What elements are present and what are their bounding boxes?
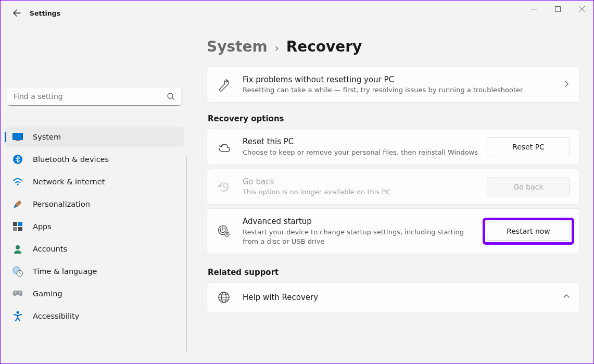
svg-rect-3	[16, 140, 20, 141]
advanced-startup-card: Advanced startup Restart your device to …	[207, 208, 580, 254]
nav-list: System Bluetooth & devices Network & int…	[5, 127, 184, 327]
sidebar-item-accessibility[interactable]: Accessibility	[5, 306, 184, 327]
sidebar-item-accounts[interactable]: Accounts	[5, 239, 184, 259]
sidebar-item-gaming[interactable]: Gaming	[5, 283, 184, 304]
search-icon	[167, 92, 175, 101]
close-button[interactable]	[570, 1, 593, 17]
sidebar-item-bluetooth[interactable]: Bluetooth & devices	[5, 149, 184, 170]
svg-rect-0	[555, 6, 560, 11]
card-title: Advanced startup	[243, 216, 481, 227]
svg-point-1	[168, 93, 173, 98]
sidebar-item-apps[interactable]: Apps	[5, 216, 184, 237]
restart-now-button[interactable]: Restart now	[487, 222, 570, 241]
reset-icon	[217, 140, 231, 154]
chevron-up-icon	[563, 293, 570, 300]
paintbrush-icon	[12, 198, 23, 210]
card-desc: This option is no longer available on th…	[243, 187, 481, 197]
chevron-right-icon: ›	[275, 42, 279, 54]
app-title: Settings	[30, 9, 60, 17]
nav-label: Accounts	[33, 245, 67, 253]
minimize-button[interactable]	[522, 1, 546, 17]
person-icon	[12, 243, 23, 255]
go-back-button: Go back	[487, 178, 570, 196]
svg-rect-8	[13, 227, 17, 231]
svg-point-10	[16, 245, 20, 249]
nav-label: Accessibility	[33, 312, 79, 320]
card-title: Go back	[243, 177, 481, 187]
nav-label: System	[33, 133, 61, 141]
sidebar-scrollbar[interactable]	[186, 156, 187, 353]
card-desc: Choose to keep or remove your personal f…	[243, 148, 481, 157]
nav-label: Bluetooth & devices	[33, 155, 109, 164]
sidebar-item-personalization[interactable]: Personalization	[5, 194, 184, 215]
reset-pc-button[interactable]: Reset PC	[487, 137, 570, 156]
nav-label: Network & internet	[33, 178, 105, 186]
card-desc: Resetting can take a while — first, try …	[243, 85, 557, 95]
globe-icon	[217, 290, 231, 305]
history-icon	[217, 180, 231, 194]
nav-label: Time & language	[33, 267, 97, 275]
nav-label: Personalization	[33, 200, 90, 208]
svg-point-13	[15, 292, 16, 293]
sidebar-item-system[interactable]: System	[5, 127, 184, 147]
card-title: Fix problems without resetting your PC	[243, 74, 557, 85]
breadcrumb-parent[interactable]: System	[207, 38, 268, 55]
reset-pc-card: Reset this PC Choose to keep or remove y…	[207, 129, 580, 165]
clock-globe-icon	[12, 266, 23, 277]
help-recovery-card[interactable]: Help with Recovery	[207, 282, 580, 312]
svg-rect-6	[13, 222, 17, 226]
svg-point-15	[17, 311, 19, 314]
window-controls	[522, 1, 593, 17]
breadcrumb-current: Recovery	[286, 38, 362, 55]
svg-rect-9	[18, 227, 22, 231]
sidebar-item-time[interactable]: Time & language	[5, 261, 184, 282]
section-recovery-options: Recovery options	[208, 114, 580, 123]
chevron-right-icon	[563, 80, 570, 87]
power-gear-icon	[217, 224, 231, 239]
fix-problems-card[interactable]: Fix problems without resetting your PC R…	[207, 67, 580, 103]
section-related-support: Related support	[208, 268, 580, 277]
apps-icon	[12, 221, 23, 232]
svg-point-5	[17, 184, 19, 185]
accessibility-icon	[12, 310, 23, 322]
nav-label: Gaming	[33, 290, 62, 298]
highlight-annotation: Restart now	[483, 218, 574, 245]
maximize-button[interactable]	[546, 1, 570, 17]
svg-rect-7	[18, 222, 22, 226]
wifi-icon	[12, 176, 23, 187]
card-title: Reset this PC	[243, 136, 481, 147]
go-back-card: Go back This option is no longer availab…	[207, 169, 580, 205]
title-bar: Settings	[1, 1, 593, 26]
gamepad-icon	[12, 288, 23, 299]
svg-point-17	[225, 232, 229, 236]
svg-point-14	[19, 292, 20, 293]
svg-rect-2	[13, 133, 23, 140]
arrow-left-icon	[12, 9, 21, 17]
bluetooth-icon	[12, 154, 23, 165]
sidebar: System Bluetooth & devices Network & int…	[1, 26, 188, 363]
nav-label: Apps	[33, 222, 52, 231]
wrench-icon	[217, 78, 231, 92]
breadcrumb: System › Recovery	[207, 38, 580, 55]
sidebar-item-network[interactable]: Network & internet	[5, 171, 184, 192]
system-icon	[12, 131, 23, 143]
search-input-wrap[interactable]	[7, 87, 182, 106]
search-input[interactable]	[14, 92, 167, 101]
card-title: Help with Recovery	[243, 292, 557, 303]
card-desc: Restart your device to change startup se…	[243, 228, 481, 246]
back-button[interactable]	[8, 4, 26, 22]
main-content: System › Recovery Fix problems without r…	[188, 26, 593, 363]
